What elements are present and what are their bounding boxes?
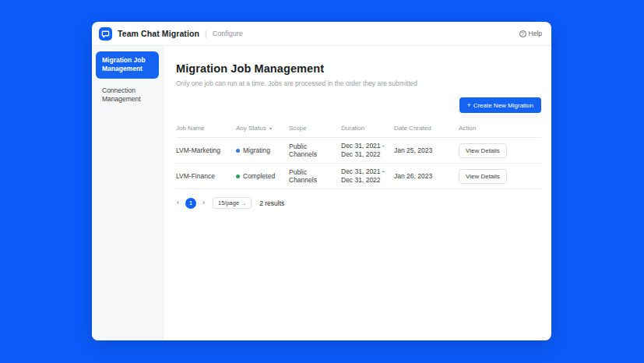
sidebar-item-connection-management[interactable]: Connection Management bbox=[96, 82, 159, 109]
chevron-down-icon: ▾ bbox=[269, 126, 272, 131]
column-header-status-filter[interactable]: Any Status ▾ bbox=[236, 125, 289, 132]
help-button[interactable]: ? Help bbox=[519, 30, 542, 37]
column-header-scope: Scope bbox=[289, 125, 341, 132]
previous-page-button[interactable]: ‹ bbox=[176, 199, 180, 206]
table-row: LVM-Finance Completed Public Channels De… bbox=[176, 164, 541, 189]
job-name-cell: LVM-Marketing bbox=[176, 146, 236, 154]
toolbar: + Create New Migration bbox=[176, 97, 541, 113]
app-header: Team Chat Migration | Configure ? Help bbox=[92, 22, 551, 46]
sidebar-item-label: Connection Management bbox=[102, 86, 141, 103]
question-circle-icon: ? bbox=[519, 30, 526, 37]
app-logo bbox=[99, 27, 112, 41]
table-header-row: Job Name Any Status ▾ Scope Duration Dat… bbox=[176, 122, 541, 138]
status-cell: Completed bbox=[236, 172, 289, 180]
status-label: Completed bbox=[243, 172, 275, 180]
column-header-job-name: Job Name bbox=[176, 125, 236, 132]
date-created-cell: Jan 25, 2023 bbox=[394, 146, 459, 154]
column-header-date-created: Date Created bbox=[394, 125, 459, 132]
help-label: Help bbox=[529, 30, 542, 37]
page-subtitle: Only one job can run at a time. Jobs are… bbox=[176, 79, 541, 87]
create-new-migration-button[interactable]: + Create New Migration bbox=[459, 97, 541, 113]
app-window: Team Chat Migration | Configure ? Help M… bbox=[92, 22, 551, 340]
main-content: Migration Job Management Only one job ca… bbox=[164, 46, 551, 340]
body-wrap: Migration Job Management Connection Mana… bbox=[92, 46, 551, 340]
page-title: Migration Job Management bbox=[176, 62, 541, 75]
sidebar-item-label: Migration Job Management bbox=[102, 56, 146, 72]
column-header-action: Action bbox=[459, 125, 541, 132]
scope-cell: Public Channels bbox=[289, 143, 341, 158]
status-filter-label: Any Status bbox=[236, 125, 266, 132]
scope-cell: Public Channels bbox=[289, 168, 341, 184]
duration-cell: Dec 31, 2021 - Dec 31, 2022 bbox=[341, 142, 394, 160]
job-name-cell: LVM-Finance bbox=[176, 172, 236, 180]
date-created-cell: Jan 26, 2023 bbox=[394, 172, 459, 180]
duration-cell: Dec 31, 2021 - Dec 31, 2022 bbox=[341, 167, 394, 185]
nav-configure[interactable]: Configure bbox=[213, 30, 243, 37]
chevron-down-icon: ⌄ bbox=[242, 200, 246, 206]
current-page-button[interactable]: 1 bbox=[185, 198, 196, 209]
next-page-button[interactable]: › bbox=[202, 199, 206, 206]
page-size-label: 15/page bbox=[218, 199, 239, 206]
results-count: 2 results bbox=[259, 199, 284, 207]
table-row: LVM-Marketing Migrating Public Channels … bbox=[176, 138, 541, 164]
plus-icon: + bbox=[467, 101, 471, 109]
page-size-select[interactable]: 15/page ⌄ bbox=[213, 197, 252, 209]
status-dot-icon bbox=[236, 149, 240, 153]
status-cell: Migrating bbox=[236, 146, 289, 154]
desktop-background: { "header": { "app_title": "Team Chat Mi… bbox=[0, 0, 644, 363]
status-label: Migrating bbox=[243, 146, 270, 154]
app-title: Team Chat Migration bbox=[118, 29, 199, 38]
sidebar: Migration Job Management Connection Mana… bbox=[92, 46, 164, 340]
status-dot-icon bbox=[236, 174, 240, 178]
column-header-duration: Duration bbox=[341, 125, 394, 132]
chat-bubble-icon bbox=[101, 30, 110, 38]
pagination: ‹ 1 › 15/page ⌄ 2 results bbox=[176, 197, 541, 209]
view-details-button[interactable]: View Details bbox=[459, 169, 507, 184]
create-button-label: Create New Migration bbox=[473, 102, 533, 109]
sidebar-item-migration-job-management[interactable]: Migration Job Management bbox=[96, 51, 159, 79]
view-details-button[interactable]: View Details bbox=[459, 143, 507, 158]
jobs-table: Job Name Any Status ▾ Scope Duration Dat… bbox=[176, 122, 541, 189]
header-divider: | bbox=[205, 29, 207, 38]
